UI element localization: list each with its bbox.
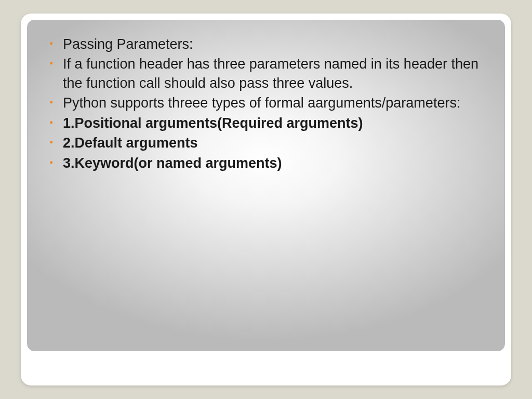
slide-content-area: Passing Parameters: If a function header… [27,20,505,351]
bullet-text: 2.Default arguments [63,135,198,151]
bullet-text: 1.Positional arguments(Required argument… [63,115,363,131]
list-item: 3.Keyword(or named arguments) [38,154,494,172]
list-item: 1.Positional arguments(Required argument… [38,114,494,132]
bullet-text: Passing Parameters: [63,36,193,52]
list-item: Passing Parameters: [38,35,494,54]
list-item: Python supports threee types of formal a… [38,94,494,112]
bullet-text: 3.Keyword(or named arguments) [63,155,282,171]
bullet-text: If a function header has three parameter… [63,56,478,90]
list-item: 2.Default arguments [38,134,494,152]
bullet-text: Python supports threee types of formal a… [63,95,460,111]
slide-frame: Passing Parameters: If a function header… [21,14,511,385]
bullet-list: Passing Parameters: If a function header… [38,35,494,172]
list-item: If a function header has three parameter… [38,55,494,92]
